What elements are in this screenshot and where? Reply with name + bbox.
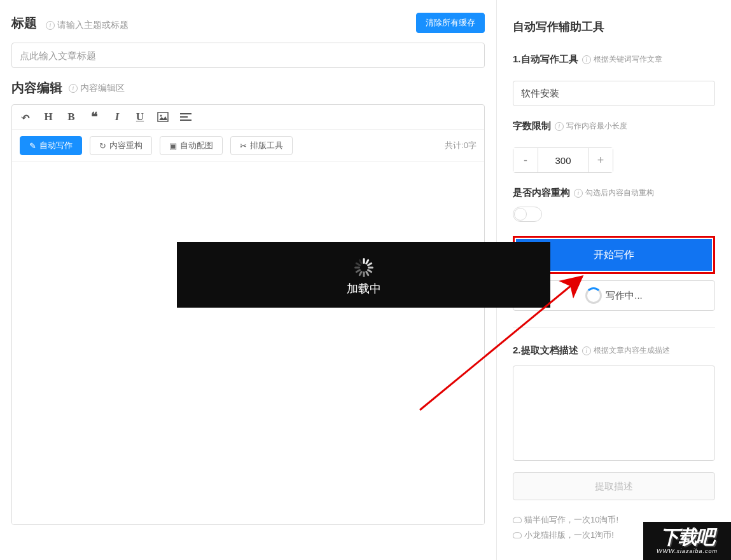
spinner-icon <box>354 254 373 273</box>
content-edit-hint: 内容编辑区 <box>80 83 125 94</box>
coin-icon <box>513 532 522 538</box>
keyword-input[interactable] <box>513 81 715 106</box>
rebuild-toggle[interactable] <box>513 207 542 222</box>
sec1-label: 1.自动写作工具 <box>513 53 578 65</box>
sidebar-heading: 自动写作辅助工具 <box>513 19 715 34</box>
content-edit-label: 内容编辑 <box>11 79 62 97</box>
rebuild-hint: 勾选后内容自动重构 <box>585 188 654 198</box>
clear-cache-button[interactable]: 清除所有缓存 <box>416 13 485 33</box>
heading-icon[interactable]: H <box>43 111 54 123</box>
editor-textarea[interactable] <box>12 162 484 524</box>
loading-text: 加载中 <box>347 281 381 296</box>
word-limit-stepper: - + <box>513 147 613 173</box>
rebuild-label: 是否内容重构 <box>513 187 570 199</box>
info-icon: i <box>46 21 55 30</box>
editor-toolbar: ↶ H B ❝ I U <box>12 105 484 130</box>
watermark-logo: 下载吧 WWW.xiazaiba.com <box>643 522 731 560</box>
info-icon: i <box>69 84 78 93</box>
refresh-icon: ↻ <box>99 141 106 151</box>
coin-icon <box>513 517 522 523</box>
undo-icon[interactable]: ↶ <box>20 111 31 123</box>
info-icon: i <box>574 189 583 198</box>
title-hint: i请输入主题或标题 <box>46 20 129 31</box>
layout-tool-button[interactable]: ✂排版工具 <box>230 136 293 155</box>
image-icon: ▣ <box>169 141 177 151</box>
auto-image-button[interactable]: ▣自动配图 <box>160 136 223 155</box>
sec2-hint: 根据文章内容生成描述 <box>594 345 670 356</box>
stepper-plus-button[interactable]: + <box>588 148 613 172</box>
editor-box: ↶ H B ❝ I U ✎自动写作 ↻内容重构 ▣自动配图 ✂排版工具 共计:0… <box>11 104 485 525</box>
divider <box>513 327 715 328</box>
align-left-icon[interactable] <box>180 111 191 123</box>
underline-icon[interactable]: U <box>134 111 146 123</box>
title-label: 标题 <box>11 16 37 30</box>
pencil-icon: ✎ <box>29 141 36 151</box>
article-title-input[interactable] <box>11 43 485 68</box>
char-counter: 共计:0字 <box>445 140 477 151</box>
bold-icon[interactable]: B <box>66 111 77 123</box>
editor-action-row: ✎自动写作 ↻内容重构 ▣自动配图 ✂排版工具 共计:0字 <box>12 130 484 162</box>
auto-write-button[interactable]: ✎自动写作 <box>20 136 82 155</box>
word-limit-input[interactable] <box>538 148 588 172</box>
sec2-label: 2.提取文档描述 <box>513 345 578 357</box>
word-limit-label: 字数限制 <box>513 120 551 132</box>
info-icon: i <box>582 55 591 64</box>
word-limit-hint: 写作内容最小长度 <box>566 121 627 132</box>
image-icon[interactable] <box>157 111 169 123</box>
content-rebuild-button[interactable]: ↻内容重构 <box>90 136 152 155</box>
quote-icon[interactable]: ❝ <box>88 111 100 123</box>
description-textarea[interactable] <box>513 365 715 461</box>
info-icon: i <box>582 346 591 355</box>
tools-icon: ✂ <box>240 141 247 151</box>
extract-button[interactable]: 提取描述 <box>513 472 715 500</box>
stepper-minus-button[interactable]: - <box>513 148 538 172</box>
spinner-icon <box>585 287 602 304</box>
info-icon: i <box>555 122 564 131</box>
svg-point-1 <box>160 115 162 117</box>
sec1-hint: 根据关键词写作文章 <box>594 54 662 65</box>
toggle-knob <box>514 208 527 221</box>
loading-overlay: 加载中 <box>177 242 550 308</box>
italic-icon[interactable]: I <box>111 111 123 123</box>
